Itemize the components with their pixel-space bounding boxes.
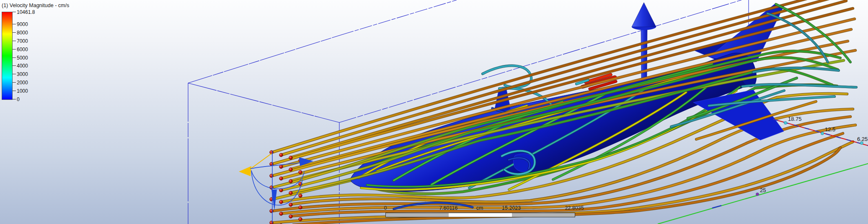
streamline-seed-point bbox=[279, 200, 283, 204]
colorbar-tick-label: 2000 bbox=[17, 80, 28, 86]
streamline-seed-point bbox=[279, 212, 283, 216]
scale-bar-segment bbox=[512, 213, 575, 217]
legend-panel: (1) Velocity Magnitude - cm/s 10461.8900… bbox=[2, 3, 69, 8]
streamline-seed-point bbox=[289, 168, 293, 172]
colorbar-tick-label-line bbox=[13, 65, 16, 66]
colorbar-tick-label: 7000 bbox=[17, 38, 28, 44]
streamline-seed-point bbox=[299, 170, 302, 174]
streamline-seed-point bbox=[279, 153, 283, 157]
colorbar[interactable] bbox=[2, 12, 13, 100]
legend-title: (1) Velocity Magnitude - cm/s bbox=[2, 3, 69, 8]
scale-bar-unit: cm bbox=[476, 205, 483, 211]
streamline-seed-point bbox=[270, 174, 274, 178]
ruler-tick bbox=[784, 121, 787, 124]
ruler-tick-label: 18.75 bbox=[788, 116, 802, 122]
colorbar-tick-label: 6000 bbox=[17, 47, 28, 52]
ruler-tick-label: 12.5 bbox=[825, 126, 835, 133]
streamline-seed-point bbox=[299, 217, 302, 221]
scale-bar-segment bbox=[449, 213, 512, 217]
scale-bar-value: 0 bbox=[384, 205, 387, 211]
colorbar-tick-label-line bbox=[13, 82, 16, 83]
scale-bar-value: 15.2023 bbox=[502, 205, 521, 211]
streamline-seed-point bbox=[289, 156, 293, 160]
streamline-seed-point bbox=[270, 221, 274, 224]
scale-bar bbox=[385, 213, 575, 217]
ruler-tick-label: 6.25 bbox=[857, 136, 868, 142]
colorbar-max-label: 10461.8 bbox=[17, 9, 35, 15]
colorbar-tick-label: 3000 bbox=[17, 71, 28, 77]
colorbar-tick-label: 8000 bbox=[17, 30, 28, 36]
streamline-seed-point bbox=[270, 209, 274, 213]
streamline-seed-point bbox=[289, 180, 293, 183]
colorbar-wrap: 10461.8900080007000600050004000300020001… bbox=[2, 12, 13, 100]
colorbar-tick-label-line bbox=[13, 74, 16, 74]
scale-bar-value: 22.8035 bbox=[565, 205, 584, 211]
ruler-tick bbox=[821, 132, 824, 135]
streamline-seed-point bbox=[289, 215, 293, 219]
streamline-seed-point bbox=[299, 194, 302, 198]
scale-bar-value: 7.60116 bbox=[439, 205, 457, 211]
streamline-seed-point bbox=[299, 206, 302, 209]
colorbar-tick-label-line bbox=[13, 49, 16, 49]
ruler-tick-label: 25 bbox=[760, 187, 766, 193]
colorbar-tick-label: 5000 bbox=[17, 55, 28, 61]
flow-simulation-viewport: 18.7512.56.2525 (1) Velocity Magnitude -… bbox=[0, 0, 868, 224]
scene-svg[interactable]: 18.7512.56.2525 bbox=[0, 0, 868, 224]
streamline-seed-point bbox=[289, 203, 293, 207]
colorbar-tick-label-line bbox=[13, 32, 16, 33]
streamline-seed-point bbox=[279, 165, 283, 169]
streamline-seed-point bbox=[289, 191, 293, 195]
colorbar-tick-label-line bbox=[13, 99, 16, 99]
colorbar-tick-label-line bbox=[13, 41, 16, 41]
colorbar-max-label-line bbox=[13, 12, 16, 12]
colorbar-tick-label: 9000 bbox=[17, 21, 28, 27]
scale-bar-segment bbox=[386, 213, 449, 217]
colorbar-tick-label-line bbox=[13, 57, 16, 58]
streamline-seed-point bbox=[270, 162, 274, 166]
colorbar-tick-label: 1000 bbox=[17, 88, 28, 94]
ruler-tick bbox=[756, 193, 759, 195]
colorbar-tick-label: 4000 bbox=[17, 63, 28, 69]
colorbar-tick-label-line bbox=[13, 24, 16, 24]
colorbar-tick-label: 0 bbox=[17, 96, 20, 102]
streamline-seed-point bbox=[279, 177, 283, 180]
ruler-axis-bottom: 25 bbox=[658, 164, 868, 224]
colorbar-tick-label-line bbox=[13, 91, 16, 91]
